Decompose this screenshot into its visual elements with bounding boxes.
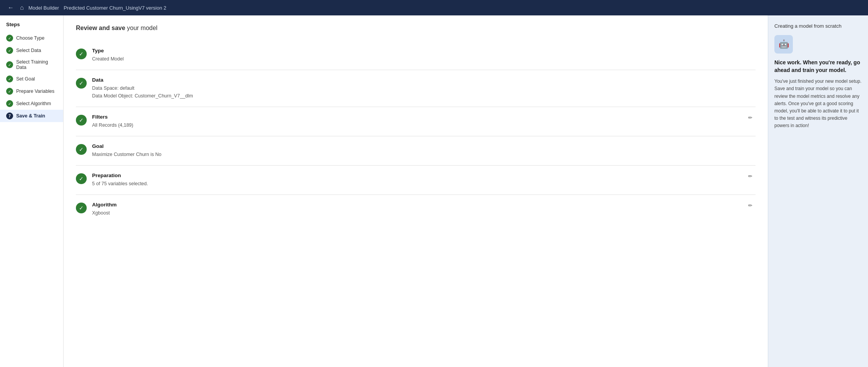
section-check-icon: ✓ [76, 49, 87, 59]
steps-label: Steps [0, 22, 63, 32]
section-title-filters: Filters [92, 114, 756, 120]
sidebar-item-label: Select Algorithm [16, 101, 51, 106]
sidebar-item-choose-type[interactable]: ✓ Choose Type [0, 32, 63, 44]
section-detail-goal: Maximize Customer Churn is No [92, 151, 756, 158]
section-title-goal: Goal [92, 143, 756, 149]
section-title-algorithm: Algorithm [92, 202, 756, 208]
section-title-type: Type [92, 48, 756, 54]
page-title: Review and save your model [76, 25, 756, 32]
panel-message-title: Nice work. When you're ready, go ahead a… [774, 59, 862, 74]
step-check-icon: ✓ [6, 100, 13, 107]
nav-app-title: Model Builder [29, 5, 59, 11]
section-detail-preparation: 5 of 75 variables selected. [92, 180, 756, 188]
review-section-filters: ✓ Filters All Records (4,189) ✏ [76, 107, 756, 136]
section-detail-data-line2: Data Model Object: Customer_Churn_V7__dl… [92, 92, 756, 100]
sidebar-item-label: Choose Type [16, 35, 44, 41]
step-number-icon: 7 [6, 112, 13, 119]
nav-subtitle: Predicted Customer Churn_UsingV7 version… [64, 5, 166, 11]
sidebar-item-label: Prepare Variables [16, 89, 54, 94]
right-panel: Creating a model from scratch 🤖 Nice wor… [768, 15, 868, 367]
section-detail-data-line1: Data Space: default [92, 84, 756, 92]
top-nav: ← ⌂ Model Builder Predicted Customer Chu… [0, 0, 868, 15]
main-content: Review and save your model ✓ Type Create… [64, 15, 768, 367]
edit-filters-icon[interactable]: ✏ [748, 115, 752, 121]
step-check-icon: ✓ [6, 35, 13, 42]
section-detail-algorithm: Xgboost [92, 209, 756, 217]
sidebar-item-select-training-data[interactable]: ✓ Select Training Data [0, 57, 63, 73]
section-detail-type: Created Model [92, 55, 756, 63]
section-title-data: Data [92, 77, 756, 83]
sidebar-item-set-goal[interactable]: ✓ Set Goal [0, 73, 63, 85]
panel-icon-container: 🤖 [774, 35, 793, 54]
review-section-algorithm: ✓ Algorithm Xgboost ✏ [76, 195, 756, 224]
review-section-type: ✓ Type Created Model [76, 41, 756, 70]
sidebar-item-label: Set Goal [16, 76, 35, 82]
section-detail-filters: All Records (4,189) [92, 121, 756, 129]
edit-preparation-icon[interactable]: ✏ [748, 173, 752, 179]
edit-algorithm-icon[interactable]: ✏ [748, 203, 752, 208]
step-check-icon: ✓ [6, 75, 13, 82]
main-layout: Steps ✓ Choose Type ✓ Select Data ✓ Sele… [0, 15, 868, 367]
sidebar-item-select-algorithm[interactable]: ✓ Select Algorithm [0, 97, 63, 110]
section-body-goal: Goal Maximize Customer Churn is No [92, 143, 756, 158]
section-body-data: Data Data Space: default Data Model Obje… [92, 77, 756, 100]
section-body-type: Type Created Model [92, 48, 756, 63]
panel-message-body: You've just finished your new model setu… [774, 78, 862, 129]
section-check-icon: ✓ [76, 203, 87, 213]
section-body-algorithm: Algorithm Xgboost [92, 202, 756, 217]
sidebar-item-label: Select Training Data [16, 59, 57, 70]
page-title-suffix: your model [125, 25, 158, 31]
sidebar-item-save-train[interactable]: 7 Save & Train [0, 110, 63, 122]
section-title-preparation: Preparation [92, 173, 756, 178]
back-button[interactable]: ← [6, 3, 15, 13]
sidebar-item-label: Select Data [16, 48, 41, 53]
home-icon: ⌂ [20, 4, 24, 11]
panel-title: Creating a model from scratch [774, 23, 862, 29]
sidebar-item-select-data[interactable]: ✓ Select Data [0, 44, 63, 57]
section-check-icon: ✓ [76, 115, 87, 126]
section-check-icon: ✓ [76, 173, 87, 184]
section-body-filters: Filters All Records (4,189) [92, 114, 756, 129]
section-check-icon: ✓ [76, 144, 87, 155]
section-body-preparation: Preparation 5 of 75 variables selected. [92, 173, 756, 188]
sidebar-item-label: Save & Train [16, 113, 45, 119]
sidebar: Steps ✓ Choose Type ✓ Select Data ✓ Sele… [0, 15, 64, 367]
review-section-data: ✓ Data Data Space: default Data Model Ob… [76, 70, 756, 107]
step-check-icon: ✓ [6, 61, 13, 68]
step-check-icon: ✓ [6, 88, 13, 95]
panel-robot-icon: 🤖 [779, 39, 789, 49]
step-check-icon: ✓ [6, 47, 13, 54]
section-check-icon: ✓ [76, 78, 87, 89]
sidebar-item-prepare-variables[interactable]: ✓ Prepare Variables [0, 85, 63, 97]
review-section-goal: ✓ Goal Maximize Customer Churn is No [76, 136, 756, 166]
page-title-bold: Review and save [76, 25, 125, 31]
review-section-preparation: ✓ Preparation 5 of 75 variables selected… [76, 166, 756, 195]
